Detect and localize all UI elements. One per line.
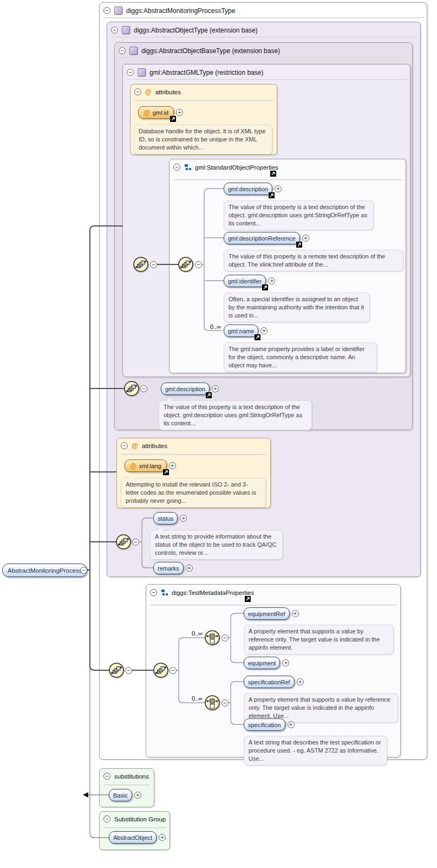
collapse-icon[interactable] — [132, 539, 139, 546]
attribute-gml-id[interactable]: gml:id — [138, 106, 183, 119]
element-gml-description[interactable]: gml:description — [224, 183, 282, 195]
element-gml-identifier[interactable]: gml:identifier — [224, 275, 275, 287]
element-abstractmonitoringprocess[interactable]: AbstractMonitoringProcess — [2, 563, 87, 577]
element-box[interactable]: gml:name — [224, 325, 258, 337]
element-equipment[interactable]: equipment — [244, 657, 289, 669]
expand-icon[interactable] — [275, 185, 282, 192]
element-box[interactable]: status — [153, 512, 178, 524]
collapse-icon[interactable] — [103, 815, 110, 822]
element-label: equipmentRef — [248, 611, 285, 617]
collapse-icon[interactable] — [80, 567, 87, 574]
sequence-compositor-icon[interactable] — [133, 257, 148, 274]
divider — [104, 785, 151, 786]
expand-icon[interactable] — [260, 327, 268, 334]
collapse-icon[interactable] — [173, 164, 180, 171]
collapse-icon[interactable] — [150, 589, 157, 596]
collapse-icon[interactable] — [140, 385, 147, 392]
element-box[interactable]: specification — [244, 718, 285, 731]
expand-icon[interactable] — [282, 659, 289, 666]
expand-icon[interactable] — [169, 462, 176, 469]
element-box[interactable]: AbstractMonitoringProcess — [2, 563, 87, 577]
element-remarks[interactable]: remarks — [153, 562, 193, 574]
sequence-compositor-icon[interactable] — [153, 663, 168, 680]
expand-icon[interactable] — [134, 792, 141, 799]
element-box[interactable]: gml:description — [224, 183, 272, 195]
element-status[interactable]: status — [153, 512, 187, 524]
expand-icon[interactable] — [292, 610, 299, 617]
attribute-group-icon — [132, 443, 138, 449]
element-specificationref[interactable]: specificationRef — [244, 676, 304, 688]
collapse-icon[interactable] — [103, 773, 110, 780]
sequence-compositor-icon[interactable] — [109, 663, 124, 680]
element-box[interactable]: AbstractObject — [109, 831, 156, 844]
divider — [104, 827, 166, 828]
reference-link-icon[interactable] — [206, 392, 212, 398]
complextype-title: diggs:AbstractObjectBaseType (extension … — [141, 47, 280, 55]
collapse-icon[interactable] — [221, 699, 229, 707]
sequence-compositor-icon[interactable] — [124, 381, 139, 398]
element-abstractobject[interactable]: AbstractObject — [109, 831, 166, 844]
reference-link-icon[interactable] — [255, 334, 260, 340]
expand-icon[interactable] — [159, 834, 166, 841]
element-equipmentref[interactable]: equipmentRef — [244, 607, 299, 620]
element-specification[interactable]: specification — [244, 718, 295, 731]
collapse-icon[interactable] — [111, 27, 118, 34]
choice-compositor-icon[interactable] — [205, 695, 220, 712]
collapse-icon[interactable] — [134, 88, 141, 95]
expand-icon[interactable] — [212, 385, 219, 392]
expand-icon[interactable] — [186, 565, 193, 572]
reference-link-icon[interactable] — [296, 242, 302, 248]
collapse-icon[interactable] — [195, 261, 202, 268]
element-box[interactable]: gml:descriptionReference — [224, 232, 300, 244]
reference-link-icon[interactable] — [245, 594, 251, 600]
attribute-icon — [130, 463, 136, 469]
reference-link-icon[interactable] — [262, 284, 268, 290]
expand-icon[interactable] — [288, 721, 295, 728]
attribute-box[interactable]: xml:lang — [125, 459, 167, 472]
attribute-label: xml:lang — [139, 463, 161, 469]
divider — [135, 100, 273, 101]
occurrence-label: 0..∞ — [185, 630, 203, 637]
collapse-icon[interactable] — [150, 261, 157, 268]
expand-icon[interactable] — [302, 235, 309, 242]
element-box[interactable]: equipmentRef — [244, 607, 290, 620]
element-gml-description-base[interactable]: gml:description — [161, 383, 219, 395]
choice-compositor-icon[interactable] — [205, 630, 220, 647]
doc-tooltip: A text string that describes the test sp… — [244, 736, 387, 766]
collapse-icon[interactable] — [169, 667, 177, 674]
element-box[interactable]: equipment — [244, 657, 280, 669]
element-box[interactable]: Basic — [109, 789, 132, 801]
model-group-icon — [184, 164, 191, 171]
element-basic[interactable]: Basic — [109, 789, 141, 801]
expand-icon[interactable] — [297, 678, 304, 685]
collapse-icon[interactable] — [221, 634, 229, 642]
element-gml-descriptionreference[interactable]: gml:descriptionReference — [224, 232, 309, 244]
reference-link-icon[interactable] — [269, 192, 275, 198]
divider — [103, 17, 425, 18]
attribute-xml-lang[interactable]: xml:lang — [125, 459, 176, 472]
element-label: gml:description — [228, 186, 268, 192]
reference-link-icon[interactable] — [163, 469, 169, 475]
element-box[interactable]: gml:identifier — [224, 275, 266, 287]
expand-icon[interactable] — [180, 515, 187, 522]
collapse-icon[interactable] — [121, 442, 128, 449]
element-box[interactable]: specificationRef — [244, 676, 295, 688]
reference-link-icon[interactable] — [170, 116, 176, 122]
reference-link-icon[interactable] — [270, 169, 276, 175]
sequence-compositor-icon[interactable] — [116, 534, 131, 552]
attribute-box[interactable]: gml:id — [138, 106, 174, 119]
attributes-title: attributes — [142, 443, 167, 449]
element-label: status — [158, 515, 173, 522]
element-box[interactable]: gml:description — [161, 383, 210, 395]
element-gml-name[interactable]: gml:name — [224, 325, 268, 337]
collapse-icon[interactable] — [125, 667, 132, 674]
attribute-label: gml:id — [153, 109, 168, 116]
collapse-icon[interactable] — [103, 7, 110, 14]
sequence-compositor-icon[interactable] — [178, 257, 193, 274]
expand-icon[interactable] — [268, 277, 275, 284]
element-box[interactable]: remarks — [153, 562, 184, 574]
collapse-icon[interactable] — [119, 47, 126, 54]
element-label: specificationRef — [248, 679, 290, 685]
expand-icon[interactable] — [176, 109, 183, 116]
collapse-icon[interactable] — [127, 69, 134, 76]
